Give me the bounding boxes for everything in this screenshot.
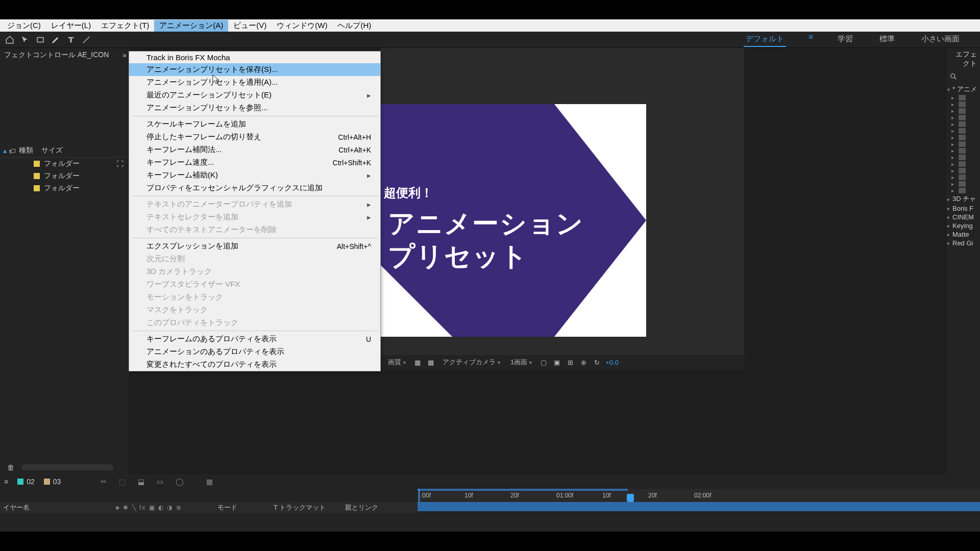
menu-composition[interactable]: ジョン(C) [2, 20, 46, 32]
refresh-icon[interactable]: ↻ [592, 358, 601, 367]
preset-category[interactable]: ▸3D チャ [946, 194, 980, 204]
timeline-track-area[interactable] [418, 502, 980, 513]
timeline-ruler[interactable]: :00f 10f 20f 01:00f 10f 20f 02:00f [418, 489, 980, 502]
preset-category[interactable]: ▸CINEM [946, 213, 980, 221]
workspace-learn[interactable]: 学習 [836, 32, 855, 47]
menu-item[interactable]: 停止したキーフレームの切り替えCtrl+Alt+H [129, 131, 380, 143]
menu-item[interactable]: アニメーションのあるプロパティを表示 [129, 345, 380, 358]
preset-folder[interactable]: ▸ [946, 114, 980, 121]
composition-viewer[interactable]: 超便利！ アニメーション プリセット [381, 48, 744, 355]
workspace-menu-icon[interactable]: ≡ [808, 32, 813, 47]
preset-folder[interactable]: ▸ [946, 134, 980, 141]
tl-tool-2-icon[interactable]: ⬚ [119, 478, 126, 486]
timeline-menu-icon[interactable]: ≡ [4, 478, 8, 486]
preset-folder[interactable]: ▸ [946, 174, 980, 181]
col-mode[interactable]: モード [217, 503, 274, 512]
brush-tool-icon[interactable] [80, 34, 93, 46]
menu-window[interactable]: ウィンドウ(W) [272, 20, 332, 32]
menu-item[interactable]: アニメーションプリセットを参照... [129, 102, 380, 114]
project-item[interactable]: フォルダー⛶ [0, 158, 129, 170]
preset-folder[interactable]: ▸ [946, 128, 980, 134]
col-layer-name[interactable]: イヤー名 [3, 503, 115, 512]
preset-category[interactable]: ▸Matte [946, 230, 980, 239]
work-area-bar[interactable] [418, 489, 628, 491]
project-item[interactable]: フォルダー [0, 170, 129, 182]
views-dropdown[interactable]: 1画面▾ [507, 358, 535, 367]
menu-help[interactable]: ヘルプ(H) [332, 20, 376, 32]
project-item[interactable]: フォルダー [0, 182, 129, 194]
col-switches[interactable]: ♣ ✺ ╲ fx ▣ ◐ ◑ ⊕ [115, 504, 217, 511]
menu-item[interactable]: スケールキーフレームを追加 [129, 118, 380, 131]
menu-effect[interactable]: エフェクト(T) [96, 20, 154, 32]
column-kind[interactable]: 種類 [19, 146, 33, 155]
exposure-value[interactable]: +0.0 [605, 359, 619, 366]
text-tool-icon[interactable] [64, 34, 78, 46]
column-size[interactable]: サイズ [41, 146, 63, 155]
grid-icon[interactable]: ▦ [413, 358, 422, 367]
tl-tool-4-icon[interactable]: ▭ [157, 478, 163, 486]
sort-arrow-icon[interactable]: ▴ [3, 146, 7, 155]
preset-category[interactable]: ▸Boris F [946, 204, 980, 213]
toggle-3-icon[interactable]: ⊞ [566, 358, 575, 367]
menu-animation[interactable]: アニメーション(A) [154, 20, 228, 32]
preset-folder[interactable]: ▸ [946, 101, 980, 108]
menu-item[interactable]: キーフレームのあるプロパティを表示U [129, 333, 380, 345]
layer-bar[interactable] [418, 502, 980, 511]
effects-panel-header[interactable]: エフェクト [946, 48, 980, 70]
preset-folder[interactable]: ▸ [946, 167, 980, 174]
tl-tool-5-icon[interactable]: ◯ [176, 478, 184, 486]
mask-icon[interactable]: ▩ [426, 358, 435, 367]
preset-category[interactable]: ▸Keying [946, 221, 980, 230]
project-zoom-slider[interactable] [21, 464, 113, 470]
preset-folder[interactable]: ▸ [946, 161, 980, 167]
preset-folder[interactable]: ▸ [946, 187, 980, 194]
toggle-2-icon[interactable]: ▣ [552, 358, 561, 367]
tl-tool-3-icon[interactable]: ⬓ [138, 478, 144, 486]
menu-item[interactable]: プロパティをエッセンシャルグラフィックスに追加 [129, 182, 380, 194]
timeline-tab[interactable]: 03 [44, 478, 61, 486]
trash-icon[interactable]: 🗑 [7, 463, 14, 471]
preset-folder[interactable]: ▸ [946, 154, 980, 161]
label-column-icon[interactable]: 🏷 [9, 147, 16, 154]
home-icon[interactable] [3, 34, 16, 46]
panel-tab[interactable]: フェクトコントロール AE_ICON » [0, 48, 129, 62]
preset-folder[interactable]: ▸ [946, 147, 980, 154]
menu-item[interactable]: 最近のアニメーションプリセット(E)▸ [129, 89, 380, 102]
playhead-start[interactable] [419, 489, 420, 502]
workspace-small[interactable]: 小さい画面 [919, 32, 962, 47]
timeline-tab[interactable]: 02 [17, 478, 35, 486]
preset-folder[interactable]: ▸ [946, 121, 980, 128]
col-trackmatte[interactable]: T トラックマット [274, 503, 345, 512]
tl-tool-1-icon[interactable]: ✂ [101, 478, 107, 486]
quality-dropdown[interactable]: 画質▾ [385, 358, 409, 367]
menu-item[interactable]: エクスプレッションを追加Alt+Shift+^ [129, 240, 380, 253]
preset-folder[interactable]: ▸ [946, 181, 980, 187]
workspace-default[interactable]: デフォルト [744, 32, 786, 47]
workspace-standard[interactable]: 標準 [877, 32, 897, 47]
menu-item[interactable]: キーフレーム補助(K)▸ [129, 169, 380, 182]
toggle-4-icon[interactable]: ⊕ [579, 358, 588, 367]
preset-folder[interactable]: ▸ [946, 141, 980, 147]
pen-tool-icon[interactable] [49, 34, 62, 46]
preset-folder[interactable]: ▸ [946, 94, 980, 101]
preset-folder[interactable]: ▸ [946, 108, 980, 114]
menu-item[interactable]: キーフレーム補間法...Ctrl+Alt+K [129, 143, 380, 156]
panel-overflow-icon[interactable]: » [122, 51, 125, 59]
menu-item[interactable]: アニメーションプリセットを適用(A)... [129, 76, 380, 89]
tl-tool-6-icon[interactable]: ▦ [206, 478, 213, 486]
menu-item[interactable]: Track in Boris FX Mocha [129, 52, 380, 63]
hand-tool-icon[interactable] [34, 34, 47, 46]
preset-category[interactable]: ▸Red Gi [946, 239, 980, 247]
menu-item[interactable]: アニメーションプリセットを保存(S)... [129, 63, 380, 76]
toggle-1-icon[interactable]: ▢ [539, 358, 548, 367]
preset-tree-root[interactable]: ▾* アニメ [946, 84, 980, 94]
col-parent[interactable]: 親とリンク [345, 503, 378, 512]
menu-item[interactable]: 変更されたすべてのプロパティを表示 [129, 358, 380, 371]
menu-layer[interactable]: レイヤー(L) [46, 20, 96, 32]
effects-search-icon[interactable] [946, 70, 980, 84]
menu-item[interactable]: キーフレーム速度...Ctrl+Shift+K [129, 156, 380, 169]
menu-view[interactable]: ビュー(V) [228, 20, 272, 32]
selection-tool-icon[interactable] [18, 34, 32, 46]
flowchart-icon[interactable]: ⛶ [116, 160, 124, 168]
camera-dropdown[interactable]: アクティブカメラ▾ [439, 358, 503, 367]
